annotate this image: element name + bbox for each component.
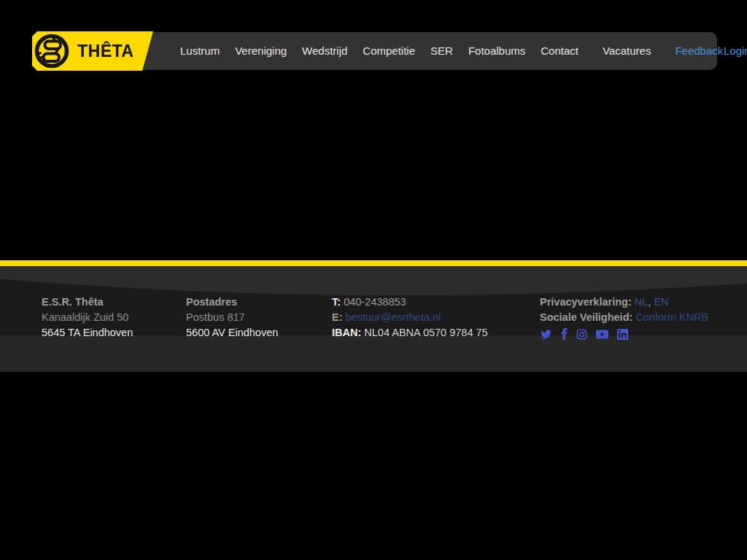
visit-address-title: E.S.R. Thêta — [42, 295, 133, 310]
postal-address-title: Postadres — [186, 295, 278, 310]
contact-email-row: E: bestuur@esrtheta.nl — [332, 310, 488, 325]
nav-item-wedstrijd[interactable]: Wedstrijd — [302, 32, 347, 70]
youtube-icon[interactable] — [596, 330, 608, 339]
below-footer-area — [0, 372, 747, 560]
footer-contact: T: 040-2438853 E: bestuur@esrtheta.nl IB… — [332, 295, 488, 341]
nav-item-contact[interactable]: Contact — [541, 32, 578, 70]
site-header: Lustrum Vereniging Wedstrijd Competitie … — [0, 0, 747, 71]
phone-number: 040-2438853 — [344, 296, 406, 308]
visit-address-city: 5645 TA Eindhoven — [42, 325, 133, 341]
privacy-comma: , — [648, 296, 651, 308]
logo-wordmark: THÊTA — [77, 31, 133, 71]
nav-item-vereniging[interactable]: Vereniging — [235, 32, 287, 70]
iban-number: NL04 ABNA 0570 9784 75 — [364, 327, 487, 338]
nav-item-login[interactable]: Login — [724, 32, 747, 70]
privacy-row: Privacyverklaring: NL, EN — [540, 295, 708, 310]
nav-item-lustrum[interactable]: Lustrum — [180, 32, 220, 70]
page-footer: E.S.R. Thêta Kanaaldijk Zuid 50 5645 TA … — [0, 266, 747, 372]
linkedin-icon[interactable] — [617, 329, 628, 340]
nav-item-competitie[interactable]: Competitie — [363, 32, 415, 70]
safety-label: Sociale Veiligheid: — [540, 311, 632, 323]
contact-phone-row: T: 040-2438853 — [332, 295, 488, 310]
email-label: E: — [332, 311, 343, 323]
twitter-icon[interactable] — [540, 329, 552, 340]
theta-logo[interactable]: THÊTA — [32, 31, 153, 71]
email-link[interactable]: bestuur@esrtheta.nl — [346, 311, 441, 323]
visit-address-street: Kanaaldijk Zuid 50 — [42, 310, 133, 325]
footer-legal-social: Privacyverklaring: NL, EN Sociale Veilig… — [540, 295, 708, 340]
nav-item-ser[interactable]: SER — [430, 32, 453, 70]
privacy-en-link[interactable]: EN — [654, 296, 668, 308]
phone-label: T: — [332, 296, 341, 308]
contact-iban-row: IBAN: NL04 ABNA 0570 9784 75 — [332, 325, 488, 341]
social-icons-row — [540, 328, 708, 340]
theta-logo-icon — [34, 33, 70, 69]
empty-page-body — [0, 71, 747, 260]
nav-item-feedback[interactable]: Feedback — [675, 32, 723, 70]
safety-knrb-link[interactable]: Conform KNRB — [635, 311, 708, 323]
iban-label: IBAN: — [332, 327, 361, 338]
instagram-icon[interactable] — [576, 329, 587, 340]
postal-address-street: Postbus 817 — [186, 310, 278, 325]
safety-row: Sociale Veiligheid: Conform KNRB — [540, 310, 708, 325]
yellow-divider — [0, 260, 747, 266]
nav-item-vacatures[interactable]: Vacatures — [603, 32, 651, 70]
footer-postal-address: Postadres Postbus 817 5600 AV Eindhoven — [186, 295, 278, 341]
postal-address-city: 5600 AV Eindhoven — [186, 325, 278, 341]
footer-content: E.S.R. Thêta Kanaaldijk Zuid 50 5645 TA … — [0, 266, 747, 372]
privacy-label: Privacyverklaring: — [540, 296, 632, 308]
privacy-nl-link[interactable]: NL — [635, 296, 649, 308]
nav-item-fotoalbums[interactable]: Fotoalbums — [468, 32, 525, 70]
facebook-icon[interactable] — [561, 328, 568, 340]
footer-visit-address: E.S.R. Thêta Kanaaldijk Zuid 50 5645 TA … — [42, 295, 133, 341]
